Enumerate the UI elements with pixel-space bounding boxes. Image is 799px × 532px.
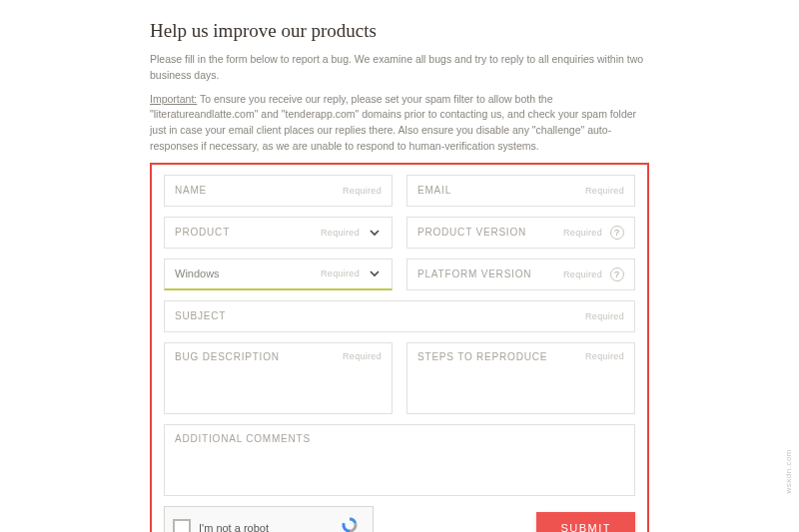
required-badge: Required bbox=[585, 311, 624, 321]
help-icon[interactable]: ? bbox=[610, 226, 624, 240]
subject-label: SUBJECT bbox=[175, 310, 579, 321]
important-label: Important: bbox=[150, 93, 197, 105]
platform-version-label: PLATFORM VERSION bbox=[417, 268, 557, 279]
required-badge: Required bbox=[343, 186, 382, 196]
required-badge: Required bbox=[343, 351, 382, 361]
chevron-down-icon bbox=[368, 226, 382, 240]
recaptcha-widget[interactable]: I'm not a robot reCAPTCHA bbox=[164, 506, 374, 533]
platform-version-field[interactable]: PLATFORM VERSION Required ? bbox=[406, 259, 635, 290]
bug-description-label: BUG DESCRIPTION bbox=[175, 351, 337, 362]
product-version-field[interactable]: PRODUCT VERSION Required ? bbox=[406, 217, 635, 249]
recaptcha-logo: reCAPTCHA bbox=[335, 516, 365, 532]
recaptcha-checkbox[interactable] bbox=[173, 519, 191, 533]
required-badge: Required bbox=[585, 351, 624, 361]
important-body: To ensure you receive our reply, please … bbox=[150, 93, 636, 152]
subject-field[interactable]: SUBJECT Required bbox=[164, 300, 635, 332]
recaptcha-icon bbox=[341, 516, 359, 532]
help-icon[interactable]: ? bbox=[610, 267, 624, 281]
email-label: EMAIL bbox=[417, 185, 579, 196]
bug-description-field[interactable]: BUG DESCRIPTION Required bbox=[164, 342, 393, 414]
required-badge: Required bbox=[585, 186, 624, 196]
recaptcha-label: I'm not a robot bbox=[199, 522, 327, 533]
platform-select[interactable]: Windows Required bbox=[164, 259, 393, 290]
steps-label: STEPS TO REPRODUCE bbox=[417, 351, 579, 362]
required-badge: Required bbox=[321, 268, 360, 278]
submit-button[interactable]: SUBMIT bbox=[536, 512, 635, 533]
product-label: PRODUCT bbox=[175, 227, 315, 238]
name-field[interactable]: NAME Required bbox=[164, 175, 393, 207]
chevron-down-icon bbox=[368, 266, 382, 280]
required-badge: Required bbox=[563, 228, 602, 238]
page-title: Help us improve our products bbox=[150, 20, 649, 42]
name-label: NAME bbox=[175, 185, 337, 196]
bug-report-form: NAME Required EMAIL Required PRODUCT Req… bbox=[150, 163, 649, 533]
additional-comments-field[interactable]: ADDITIONAL COMMENTS bbox=[164, 424, 635, 496]
required-badge: Required bbox=[563, 269, 602, 279]
product-version-label: PRODUCT VERSION bbox=[417, 227, 557, 238]
important-text: Important: To ensure you receive our rep… bbox=[150, 92, 649, 155]
watermark: wsxdn.com bbox=[784, 449, 793, 494]
additional-label: ADDITIONAL COMMENTS bbox=[175, 433, 624, 444]
steps-field[interactable]: STEPS TO REPRODUCE Required bbox=[406, 342, 635, 414]
platform-value: Windows bbox=[175, 267, 315, 279]
product-select[interactable]: PRODUCT Required bbox=[164, 217, 393, 249]
email-field[interactable]: EMAIL Required bbox=[406, 175, 635, 207]
intro-text: Please fill in the form below to report … bbox=[150, 52, 649, 84]
required-badge: Required bbox=[321, 228, 360, 238]
